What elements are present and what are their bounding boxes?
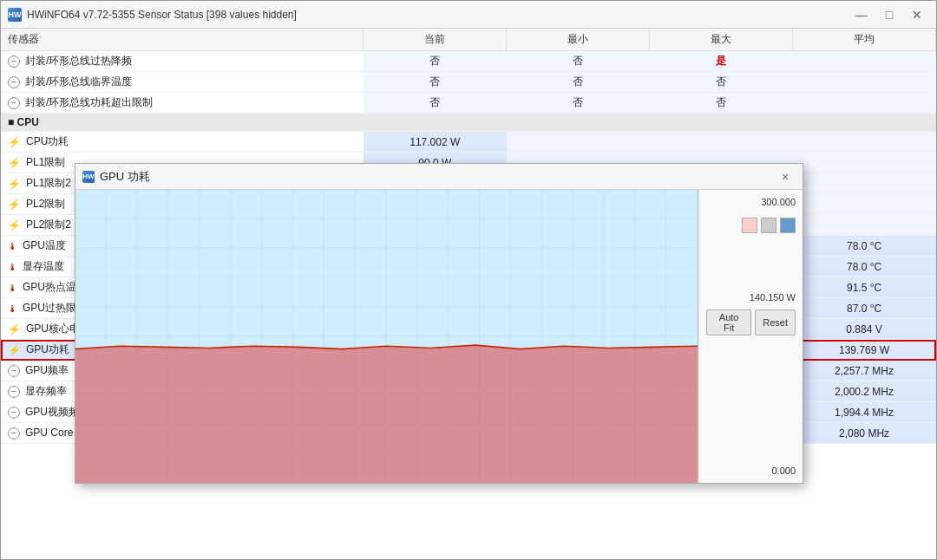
minus-icon: − — [8, 55, 20, 68]
table-row: − 封装/环形总线过热降频 否 否 是 — [1, 51, 936, 72]
max-val — [650, 132, 793, 153]
gpu-dialog-titlebar: HW GPU 功耗 × — [75, 164, 803, 190]
col-avg: 平均 — [793, 29, 936, 51]
current-val: 117.002 W — [364, 132, 507, 153]
temp-icon: 🌡 — [8, 303, 17, 314]
temp-icon: 🌡 — [8, 262, 17, 272]
content-area: 传感器 当前 最小 最大 平均 − 封装/环形总线过热降频 — [1, 29, 936, 559]
gpu-power-chart — [75, 190, 698, 483]
minus-icon: − — [8, 407, 20, 419]
avg-val — [793, 93, 936, 114]
section-label: ■ CPU — [1, 114, 936, 132]
minus-icon: − — [8, 76, 20, 88]
bolt-icon: ⚡ — [8, 136, 21, 148]
min-val: 否 — [507, 72, 650, 93]
titlebar-buttons: — □ ✕ — [849, 5, 929, 24]
avg-val — [793, 51, 936, 72]
avg-val: 0.884 V — [793, 319, 936, 340]
svg-marker-5 — [75, 345, 698, 483]
min-val — [507, 132, 650, 153]
swatch-2[interactable] — [761, 218, 776, 233]
max-val: 否 — [650, 93, 793, 114]
table-row: − 封装/环形总线临界温度 否 否 否 — [1, 72, 936, 93]
sensor-name: − 封装/环形总线临界温度 — [1, 72, 364, 93]
avg-val — [793, 132, 936, 153]
maximize-button[interactable]: □ — [877, 5, 901, 24]
avg-val — [793, 215, 936, 236]
swatch-3[interactable] — [780, 218, 796, 233]
chart-action-buttons: Auto Fit Reset — [706, 309, 796, 335]
current-val: 否 — [364, 72, 507, 93]
avg-val: 87.0 °C — [793, 298, 936, 319]
avg-val: 2,257.7 MHz — [793, 361, 936, 381]
min-val: 否 — [507, 93, 650, 114]
main-window: HW HWiNFO64 v7.72-5355 Sensor Status [39… — [0, 0, 937, 560]
current-val: 否 — [364, 51, 507, 72]
max-val: 否 — [650, 72, 793, 93]
bolt-icon: ⚡ — [8, 157, 21, 169]
section-row-cpu: ■ CPU — [1, 114, 936, 132]
table-row: ⚡ CPU功耗 117.002 W — [1, 132, 936, 153]
swatch-1[interactable] — [742, 218, 757, 233]
bolt-icon: ⚡ — [8, 178, 21, 190]
bolt-icon: ⚡ — [8, 199, 21, 211]
avg-val — [793, 194, 936, 215]
avg-val: 2,080 MHz — [793, 423, 936, 444]
app-icon: HW — [8, 8, 22, 22]
col-max: 最大 — [650, 29, 793, 51]
chart-y-max: 300.000 — [706, 197, 796, 207]
avg-val: 78.0 °C — [793, 236, 936, 257]
max-val: 是 — [650, 51, 793, 72]
gpu-dialog-title: GPU 功耗 — [100, 169, 775, 185]
gpu-dialog-body: 300.000 140.150 W Auto Fit Reset 0.000 — [75, 190, 803, 483]
color-swatches — [706, 218, 796, 233]
bolt-icon: ⚡ — [8, 323, 21, 335]
avg-val: 139.769 W — [793, 340, 936, 361]
avg-val: 78.0 °C — [793, 257, 936, 277]
gpu-power-dialog: HW GPU 功耗 × — [75, 163, 803, 484]
col-min: 最小 — [507, 29, 650, 51]
auto-fit-button[interactable]: Auto Fit — [706, 309, 751, 335]
current-val: 否 — [364, 93, 507, 114]
minus-icon: − — [8, 427, 20, 440]
chart-area — [75, 190, 698, 483]
avg-val: 2,000.2 MHz — [793, 381, 936, 402]
minus-icon: − — [8, 365, 20, 377]
min-val: 否 — [507, 51, 650, 72]
sensor-name: − 封装/环形总线功耗超出限制 — [1, 93, 364, 114]
titlebar: HW HWiNFO64 v7.72-5355 Sensor Status [39… — [1, 1, 936, 29]
chart-panel: 300.000 140.150 W Auto Fit Reset 0.000 — [698, 190, 803, 483]
close-button[interactable]: ✕ — [905, 5, 929, 24]
bolt-icon: ⚡ — [8, 344, 21, 356]
sensor-name: ⚡ CPU功耗 — [1, 132, 364, 153]
avg-val — [793, 153, 936, 173]
gpu-dialog-icon: HW — [82, 171, 95, 183]
gpu-dialog-close-button[interactable]: × — [775, 168, 796, 186]
minus-icon: − — [8, 386, 20, 398]
temp-icon: 🌡 — [8, 283, 17, 293]
window-title: HWiNFO64 v7.72-5355 Sensor Status [398 v… — [27, 9, 849, 21]
sensor-name: − 封装/环形总线过热降频 — [1, 51, 364, 72]
bolt-icon: ⚡ — [8, 219, 21, 231]
table-header-row: 传感器 当前 最小 最大 平均 — [1, 29, 936, 51]
minimize-button[interactable]: — — [849, 5, 874, 24]
chart-y-min: 0.000 — [706, 466, 796, 476]
table-row: − 封装/环形总线功耗超出限制 否 否 否 — [1, 93, 936, 114]
col-current: 当前 — [364, 29, 507, 51]
avg-val: 1,994.4 MHz — [793, 402, 936, 423]
temp-icon: 🌡 — [8, 241, 17, 251]
minus-icon: − — [8, 97, 20, 109]
avg-val — [793, 173, 936, 194]
col-sensor: 传感器 — [1, 29, 364, 51]
chart-y-mid: 140.150 W — [706, 292, 796, 303]
avg-val — [793, 72, 936, 93]
avg-val: 91.5 °C — [793, 277, 936, 298]
reset-button[interactable]: Reset — [755, 309, 796, 335]
